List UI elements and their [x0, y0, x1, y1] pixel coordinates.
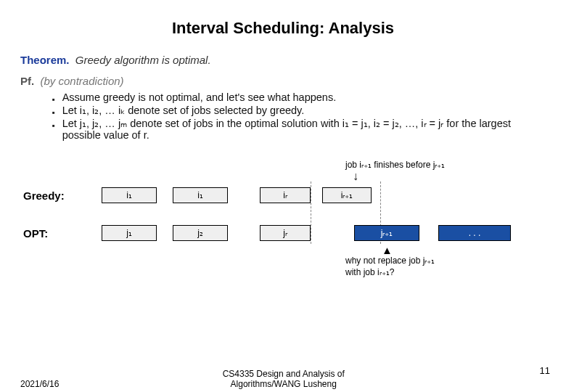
annotation-bottom: why not replace job jᵣ₊₁ with job iᵣ₊₁?: [345, 256, 435, 278]
footer-course-line: CS4335 Design and Analysis of: [223, 369, 345, 379]
bullet-item: ■Assume greedy is not optimal, and let's…: [52, 91, 546, 103]
bullet-icon: ■: [52, 97, 55, 102]
opt-bar-highlight: . . .: [438, 225, 511, 241]
theorem-label: Theorem.: [20, 54, 70, 66]
proof-hint: (by contradiction): [41, 75, 124, 87]
opt-bar-highlight: jᵣ₊₁: [354, 225, 419, 241]
opt-label: OPT:: [23, 227, 48, 240]
annotation-top: job iᵣ₊₁ finishes before jᵣ₊₁: [345, 160, 445, 170]
bullet-item: ■Let j₁, j₂, … jₘ denote set of jobs in …: [52, 118, 546, 141]
opt-bar: j₂: [173, 225, 228, 241]
slide-title: Interval Scheduling: Analysis: [20, 19, 546, 38]
schedule-diagram: job iᵣ₊₁ finishes before jᵣ₊₁ ↓ Greedy: …: [20, 160, 546, 269]
arrow-up-icon: ▲: [382, 244, 393, 256]
greedy-row: Greedy: i₁ i₁ iᵣ iᵣ₊₁: [20, 187, 546, 206]
greedy-bar: iᵣ₊₁: [322, 187, 372, 203]
theorem-line: Theorem. Greedy algorithm is optimal.: [20, 54, 546, 66]
footer: 2021/6/16 CS4335 Design and Analysis of …: [0, 369, 566, 389]
proof-line: Pf. (by contradiction): [20, 75, 546, 87]
greedy-bar: i₁: [102, 187, 157, 203]
arrow-down-icon: ↓: [353, 170, 358, 183]
greedy-label: Greedy:: [23, 189, 65, 202]
footer-course: CS4335 Design and Analysis of Algorithms…: [59, 369, 508, 389]
proof-label: Pf.: [20, 75, 34, 87]
bullet-text: Let i₁, i₂, … iₖ denote set of jobs sele…: [62, 105, 305, 116]
opt-bar: j₁: [102, 225, 157, 241]
footer-course-line: Algorithms/WANG Lusheng: [231, 379, 337, 389]
bullet-icon: ■: [52, 110, 55, 115]
footer-date: 2021/6/16: [20, 379, 59, 389]
opt-row: OPT: j₁ j₂ jᵣ jᵣ₊₁ . . .: [20, 225, 546, 244]
annotation-text: with job iᵣ₊₁?: [345, 267, 394, 277]
bullet-icon: ■: [52, 123, 55, 128]
opt-bar: jᵣ: [260, 225, 311, 241]
annotation-text: why not replace job jᵣ₊₁: [345, 256, 435, 266]
bullet-list: ■Assume greedy is not optimal, and let's…: [52, 91, 546, 141]
bullet-text: Let j₁, j₂, … jₘ denote set of jobs in t…: [62, 118, 546, 141]
greedy-bar: iᵣ: [260, 187, 311, 203]
bullet-text: Assume greedy is not optimal, and let's …: [62, 91, 337, 103]
bullet-item: ■Let i₁, i₂, … iₖ denote set of jobs sel…: [52, 105, 546, 116]
theorem-text: Greedy algorithm is optimal.: [75, 54, 211, 66]
greedy-bar: i₁: [173, 187, 228, 203]
